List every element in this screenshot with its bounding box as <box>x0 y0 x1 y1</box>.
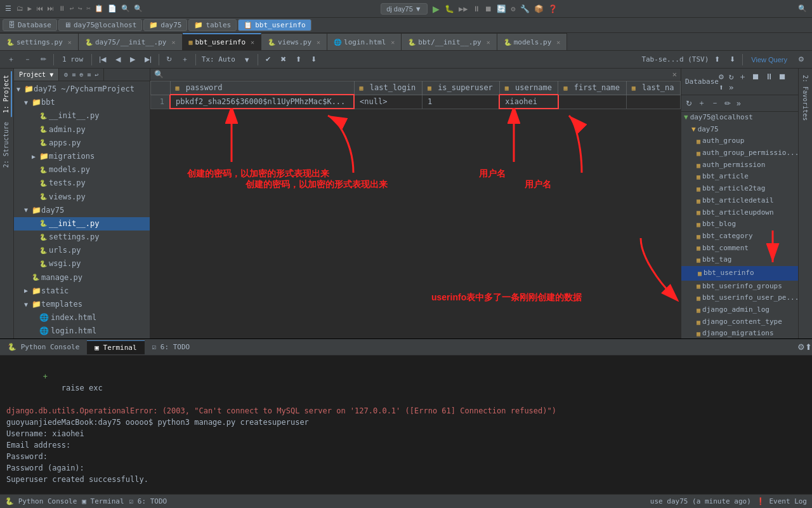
add-row-btn[interactable]: ＋ <box>4 53 18 66</box>
templates-folder[interactable]: ▼ 📁 templates <box>14 298 150 311</box>
terminal-settings-btn[interactable]: ⚙ <box>797 342 805 352</box>
cell-last-login[interactable]: <null> <box>354 95 422 109</box>
db-root-item[interactable]: ▼ day75@localhost <box>681 112 798 124</box>
event-log-status[interactable]: ❗ Event Log <box>756 497 807 505</box>
root-item[interactable]: ▼ 📁 day75 ~/PycharmProject <box>14 83 150 96</box>
auth-permission-item[interactable]: ▦ auth_permission <box>681 159 798 171</box>
import-tsv-btn[interactable]: ⬇ <box>726 53 739 65</box>
bbt-userinfo-groups-item[interactable]: ▦ bbt_userinfo_groups <box>681 281 798 293</box>
models-item[interactable]: 🐍 models.py <box>14 163 150 177</box>
bbt-article2tag-item[interactable]: ▦ bbt_article2tag <box>681 183 798 195</box>
bbt-userinfo-item[interactable]: ▦ bbt_userinfo <box>681 266 798 281</box>
grid-search-input[interactable] <box>166 70 672 78</box>
db-minus-btn[interactable]: － <box>709 97 721 109</box>
close-bbt-init-tab[interactable]: ✕ <box>487 39 490 46</box>
bbt-userinfo-up-item[interactable]: ▦ bbt_userinfo_user_pe... <box>681 292 798 304</box>
django-content-type-item[interactable]: ▦ django_content_type <box>681 316 798 328</box>
day75-folder[interactable]: ▼ 📁 day75 <box>14 204 150 217</box>
close-settings-tab[interactable]: ✕ <box>68 39 72 46</box>
col-username[interactable]: ▦ username <box>499 81 558 95</box>
migrations-folder[interactable]: ▶ 📁 migrations <box>14 150 150 163</box>
python-console-status[interactable]: 🐍 Python Console <box>5 497 77 505</box>
tab-init-py[interactable]: 🐍 day75/__init__.py ✕ <box>79 33 183 50</box>
delete-row-btn[interactable]: － <box>20 53 35 66</box>
menu-button[interactable]: ☰ <box>3 3 14 14</box>
bbt-articleupdown-item[interactable]: ▦ bbt_articleupdown <box>681 207 798 219</box>
close-models-tab[interactable]: ✕ <box>556 39 560 46</box>
last-btn[interactable]: ▶| <box>141 53 155 65</box>
tab-views-py[interactable]: 🐍 views.py ✕ <box>261 33 327 50</box>
terminal-status[interactable]: ▣ Terminal <box>82 497 124 505</box>
run-button[interactable]: ▶ <box>430 3 442 15</box>
cell-last-name[interactable] <box>626 95 680 109</box>
django-admin-log-item[interactable]: ▦ django_admin_log <box>681 304 798 316</box>
export-tsv-btn[interactable]: ⬆ <box>710 53 724 65</box>
view-query-button[interactable]: View Query <box>746 55 792 65</box>
settings-item[interactable]: 🐍 settings.py <box>14 231 150 244</box>
terminal-tab[interactable]: ▣ Terminal <box>87 340 144 354</box>
todo-tab[interactable]: ☑ 6: TODO <box>145 340 198 354</box>
grid-scroll-area[interactable]: ▦ password ▦ last_login ▦ is_superuser <box>150 81 681 338</box>
col-last-name[interactable]: ▦ last_na <box>626 81 680 95</box>
tab-bbt-init-py[interactable]: 🐍 bbt/__init__.py ✕ <box>402 33 497 50</box>
auth-group-perm-item[interactable]: ▦ auth_group_permissio... <box>681 147 798 159</box>
cell-first-name[interactable] <box>558 95 626 109</box>
db-tab-database[interactable]: 🗄 Database <box>3 19 57 31</box>
search-all-button[interactable]: 🔍 <box>796 3 809 14</box>
cell-username[interactable]: xiaohei <box>499 95 558 109</box>
project-vert-tab[interactable]: 1: Project <box>1 71 12 117</box>
commit-btn[interactable]: ✔ <box>261 53 275 65</box>
favorites-vert-tab[interactable]: 2: Favorites <box>801 71 810 124</box>
bbt-category-item[interactable]: ▦ bbt_category <box>681 231 798 243</box>
cell-is-superuser[interactable]: 1 <box>422 95 499 109</box>
python-console-tab[interactable]: 🐍 Python Console <box>0 340 87 354</box>
bbt-tag-item[interactable]: ▦ bbt_tag <box>681 254 798 266</box>
db-refresh-btn[interactable]: ↻ <box>684 98 694 109</box>
db-tab-day75[interactable]: 📁 day75 <box>143 19 187 31</box>
bbt-comment-item[interactable]: ▦ bbt_comment <box>681 243 798 255</box>
tab-bbt-userinfo[interactable]: ▦ bbt_userinfo ✕ <box>183 33 262 50</box>
rollback-btn[interactable]: ✖ <box>277 53 290 65</box>
reload-btn[interactable]: ↻ <box>162 53 176 65</box>
db-tab-tables[interactable]: 📁 tables <box>188 19 237 31</box>
bbt-blog-item[interactable]: ▦ bbt_blog <box>681 218 798 231</box>
manage-item[interactable]: 🐍 manage.py <box>14 271 150 284</box>
close-login-tab[interactable]: ✕ <box>391 39 395 46</box>
db-add-btn[interactable]: ＋ <box>696 97 707 109</box>
urls-item[interactable]: 🐍 urls.py <box>14 244 150 257</box>
col-password[interactable]: ▦ password <box>170 81 354 95</box>
static-folder[interactable]: ▶ 📁 static <box>14 284 150 298</box>
db-edit-btn[interactable]: ✏ <box>723 98 733 109</box>
tab-login-html[interactable]: 🌐 login.html ✕ <box>327 33 402 50</box>
apps-item[interactable]: 🐍 apps.py <box>14 137 150 150</box>
day75-init-item[interactable]: 🐍 __init__.py <box>14 217 150 231</box>
edit-row-btn[interactable]: ✏ <box>37 53 50 65</box>
settings-btn[interactable]: ⚙ <box>794 53 808 65</box>
terminal-content[interactable]: + raise exc django.db.utils.OperationalE… <box>0 356 812 494</box>
todo-status[interactable]: ☑ 6: TODO <box>129 497 167 505</box>
db-name-item[interactable]: ▼ day75 <box>681 124 798 136</box>
bbt-article-item[interactable]: ▦ bbt_article <box>681 171 798 183</box>
login-html-item[interactable]: 🌐 login.html <box>14 324 150 338</box>
table-row[interactable]: 1 pbkdf2_sha256$36000$nl1UyPMhzMac$K... … <box>151 95 681 109</box>
db-panel-icons[interactable]: ⚙ ↻ ＋ ⏹ ⏸ ⏹ ⬆ » <box>719 71 794 92</box>
export-btn[interactable]: ⬆ <box>292 53 305 65</box>
first-btn[interactable]: |◀ <box>95 53 110 65</box>
tests-item[interactable]: 🐍 tests.py <box>14 177 150 190</box>
cell-password[interactable]: pbkdf2_sha256$36000$nl1UyPMhzMac$K... <box>170 95 354 109</box>
admin-item[interactable]: 🐍 admin.py <box>14 123 150 137</box>
wsgi-item[interactable]: 🐍 wsgi.py <box>14 257 150 271</box>
db-more-btn[interactable]: » <box>735 98 743 109</box>
bbt-articledetail-item[interactable]: ▦ bbt_articledetail <box>681 195 798 207</box>
add-col-btn[interactable]: ＋ <box>178 53 192 66</box>
prev-btn[interactable]: ◀ <box>112 53 124 65</box>
db-tab-host[interactable]: 🖥 day75@localhost <box>58 19 142 31</box>
tab-models-py[interactable]: 🐍 models.py ✕ <box>497 33 568 50</box>
bbt-init-item[interactable]: 🐍 __init__.py <box>14 109 150 123</box>
db-tab-bbt-userinfo[interactable]: 📋 bbt_userinfo <box>238 19 311 31</box>
run-dropdown[interactable]: dj day75 ▼ <box>381 3 428 15</box>
col-first-name[interactable]: ▦ first_name <box>558 81 626 95</box>
close-bbt-tab[interactable]: ✕ <box>251 39 254 46</box>
django-migrations-item[interactable]: ▦ django_migrations <box>681 328 798 338</box>
views-item[interactable]: 🐍 views.py <box>14 190 150 204</box>
